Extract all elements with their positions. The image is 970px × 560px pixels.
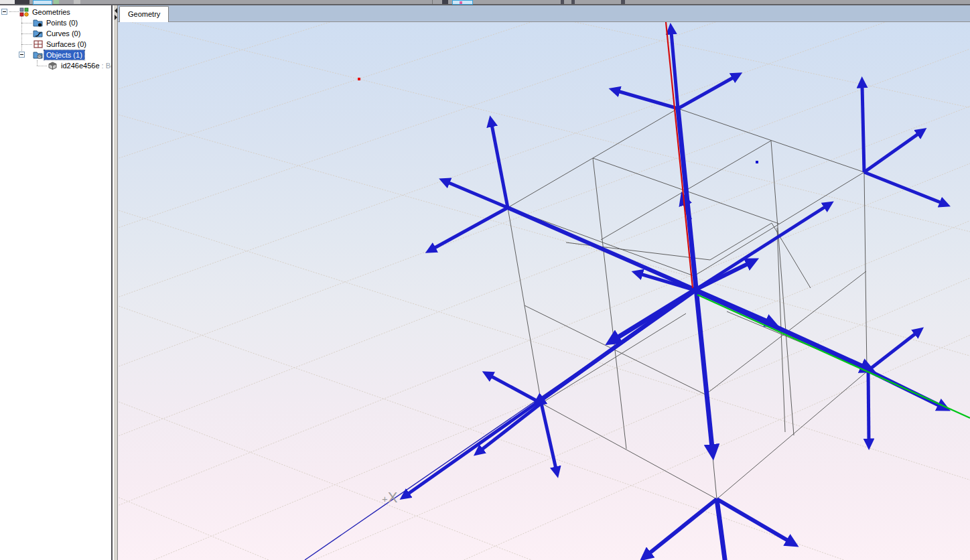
toolbar-button-fragment[interactable] (33, 0, 52, 5)
toolbar-fragment (432, 0, 433, 4)
tree-item-surfaces[interactable]: Surfaces (0) (0, 39, 113, 50)
curves-folder-icon (33, 29, 44, 38)
viewport-tab-bar: Geometry (118, 5, 970, 22)
snap-point-red (358, 78, 360, 80)
scene-svg: +X (118, 22, 970, 560)
toolbar-fragment (571, 0, 575, 4)
toolbar-fragment (74, 0, 80, 4)
toolbar-fragment (561, 0, 564, 4)
ground-grid (118, 22, 970, 560)
surfaces-icon (33, 40, 44, 49)
box-wireframe (508, 109, 868, 499)
tab-geometry[interactable]: Geometry (119, 6, 169, 22)
collapse-minus-icon[interactable] (19, 52, 25, 58)
tree-item-curves[interactable]: Curves (0) (0, 28, 113, 39)
toolbar-sliver (0, 0, 970, 5)
toolbar-fragment (54, 0, 59, 4)
toolbar-fragment (0, 0, 15, 4)
toolbar-button-fragment[interactable] (452, 0, 473, 5)
objects-folder-icon (33, 50, 44, 60)
toolbar-pink-glyph (460, 1, 462, 4)
tree-item-label[interactable]: Points (0) (44, 18, 80, 27)
tree-item-label[interactable]: Surfaces (0) (44, 40, 88, 49)
object-type-suffix: : Box (100, 62, 113, 70)
tree-item-label[interactable]: Objects (1) (44, 50, 84, 60)
tree-item-label[interactable]: Curves (0) (44, 29, 82, 38)
tree-item-label[interactable]: Geometries (30, 7, 72, 17)
viewport-3d[interactable]: +X (118, 22, 970, 560)
points-folder-icon (33, 18, 44, 27)
tree-item-label[interactable]: id246e456e : Box (59, 61, 113, 70)
geometry-tree-panel: Geometries Points (0) Curves (0) (0, 5, 113, 560)
geometries-icon (19, 7, 30, 17)
box-icon (48, 61, 58, 70)
tree-item-objects[interactable]: Objects (1) (0, 50, 113, 60)
collapse-minus-icon[interactable] (1, 9, 7, 15)
tree-item-box-object[interactable]: id246e456e : Box (0, 60, 113, 71)
toolbar-fragment (15, 0, 29, 4)
splitter-collapse-left-icon[interactable] (115, 8, 117, 13)
x-axis-label: +X (382, 489, 398, 506)
tree-item-geometries[interactable]: Geometries (0, 7, 113, 17)
toolbar-fragment (621, 0, 625, 4)
toolbar-fragment (442, 0, 448, 4)
splitter-collapse-right-icon[interactable] (115, 15, 117, 20)
snap-point-blue (756, 161, 758, 163)
z-axis-line (666, 22, 693, 288)
tree-item-points[interactable]: Points (0) (0, 17, 113, 28)
